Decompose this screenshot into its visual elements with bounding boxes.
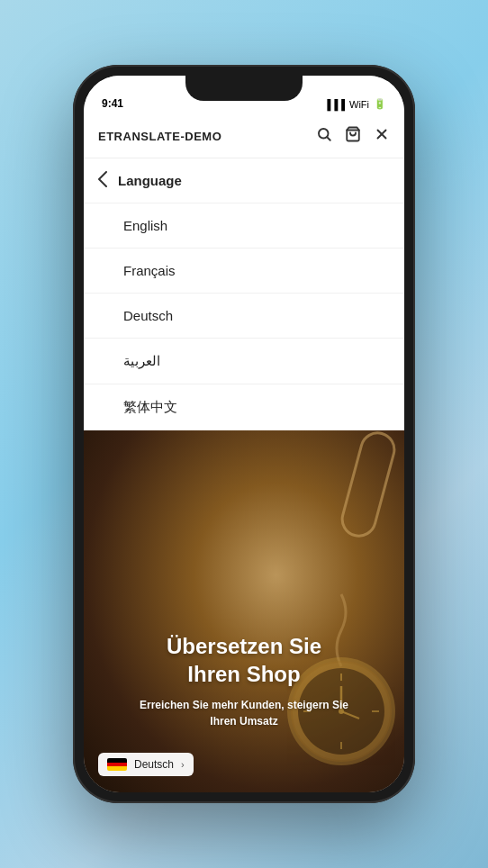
app-title: ETRANSLATE-DEMO xyxy=(98,130,221,143)
hero-title: Übersetzen Sie Ihren Shop xyxy=(102,632,386,688)
language-switcher-arrow: › xyxy=(181,759,185,770)
hero-section: Übersetzen Sie Ihren Shop Erreichen Sie … xyxy=(84,430,404,792)
app-header: ETRANSLATE-DEMO xyxy=(84,115,404,158)
signal-icon: ▐▐▐ xyxy=(324,99,345,110)
close-icon[interactable] xyxy=(374,126,390,147)
flag-icon-de xyxy=(107,758,127,771)
hero-subtitle: Erreichen Sie mehr Kunden, steigern Sie … xyxy=(102,697,386,729)
language-item-chinese[interactable]: 繁体中文 xyxy=(84,384,404,430)
language-item-french[interactable]: Français xyxy=(84,249,404,294)
header-icons xyxy=(316,126,390,147)
cart-icon[interactable] xyxy=(345,126,361,147)
phone-screen: 9:41 ▐▐▐ WiFi 🔋 ETRANSLATE-DEMO xyxy=(84,76,404,792)
svg-line-1 xyxy=(327,137,330,140)
language-menu-title: Language xyxy=(118,173,182,188)
language-item-arabic[interactable]: العربية xyxy=(84,339,404,384)
status-time: 9:41 xyxy=(102,97,123,110)
status-icons: ▐▐▐ WiFi 🔋 xyxy=(324,98,386,110)
phone-frame: 9:41 ▐▐▐ WiFi 🔋 ETRANSLATE-DEMO xyxy=(73,65,415,803)
language-switcher[interactable]: Deutsch › xyxy=(98,753,194,776)
search-icon[interactable] xyxy=(316,126,332,147)
language-switcher-label: Deutsch xyxy=(134,758,174,771)
language-item-english[interactable]: English xyxy=(84,203,404,249)
hero-content: Übersetzen Sie Ihren Shop Erreichen Sie … xyxy=(84,632,404,729)
language-menu-header: Language xyxy=(84,158,404,203)
back-button[interactable] xyxy=(98,171,107,190)
battery-icon: 🔋 xyxy=(374,98,386,110)
phone-notch xyxy=(185,76,303,101)
language-list: English Français Deutsch العربية 繁体中文 xyxy=(84,203,404,430)
language-menu: Language English Français Deutsch العربي… xyxy=(84,158,404,430)
wifi-icon: WiFi xyxy=(349,99,369,110)
language-item-german[interactable]: Deutsch xyxy=(84,294,404,339)
